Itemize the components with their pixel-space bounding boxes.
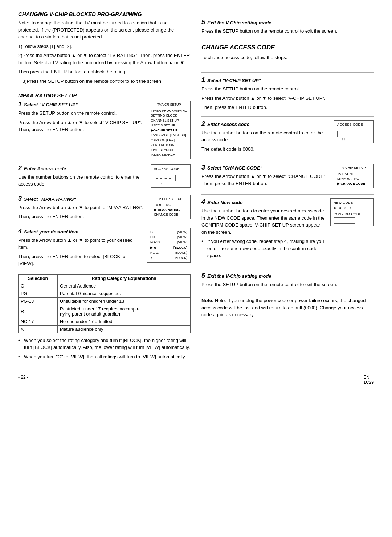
step2-heading: Enter Access code (24, 166, 66, 171)
access-code-title-left: ACCESS CODE (154, 167, 187, 171)
change-step1-heading: Select "V-CHIP SET UP" (207, 78, 261, 83)
access-code-box-left: ACCESS CODE – – – – ↑ ↑ ↑ ↑ (151, 164, 191, 188)
table-header-selection: Selection (19, 274, 58, 282)
right-step5-first-text: Press the SETUP button on the remote con… (201, 28, 374, 35)
step1-heading: Select "V-CHIP SET UP" (24, 102, 78, 107)
new-code-value: X X X X (334, 206, 371, 210)
code-dashes-right: – – – – (337, 131, 359, 137)
table-row: NC-17No one under 17 admitted (19, 318, 191, 325)
mpaa-step2: 2 Enter Access code Use the number butto… (18, 164, 191, 190)
step1-text2: Press the Arrow button ▲ or ▼ to select … (18, 119, 144, 133)
change-step4-bullets: If you enter wrong code, repeat step 4, … (201, 238, 327, 259)
change-step2-text2: The default code is 0000. (201, 146, 330, 153)
change-step4-text1: Use the number buttons to enter your des… (201, 207, 327, 236)
right-step5-first-heading: Exit the V-Chip setting mode (207, 20, 271, 25)
mpaa-step3: 3 Select "MPAA RATING" Press the Arrow b… (18, 195, 191, 223)
change-step3-text1: Press the Arrow button ▲ or ▼ to select … (201, 173, 330, 187)
step3-text2: Then, press the ENTER button. (18, 213, 147, 220)
section-vchip-note: Note: To change the rating, the TV must … (18, 19, 191, 41)
access-code-box-right: ACCESS CODE – – – – ↑ ↑ ↑ ↑ (334, 120, 374, 143)
left-column: CHANGING V-CHIP BLOCKED PRO-GRAMMING Not… (18, 11, 191, 364)
step2-num: 2 (18, 164, 22, 172)
footer-model: 1C29 (363, 380, 374, 385)
step-enter-unblock: Then press the ENTER button to unblock t… (18, 68, 191, 76)
change-step4-num: 4 (201, 198, 205, 206)
table-row: RRestricted; under 17 requires accompa-n… (19, 305, 191, 318)
change-menu-box-3: – V-CHIP SET UP – TV RATING MPAA RATING … (334, 164, 374, 188)
footer-page-num: - 22 - (18, 375, 28, 385)
vchip-menu-box-1: – TV/VCR SETUP – TIMER PROGRAMMING SETTI… (148, 101, 191, 159)
change-step4: 4 Enter New code Use the number buttons … (201, 198, 374, 263)
change-step1: 1 Select "V-CHIP SET UP" Press the SETUP… (201, 76, 374, 111)
step4-text2: Then, press the ENTER button to select [… (18, 253, 143, 267)
rating-select-box: G[VIEW] PG[VIEW] PG-13[VIEW] ▶ R[BLOCK] … (147, 228, 191, 263)
right-step5-first-num: 5 (201, 19, 205, 26)
new-code-box: NEW CODE X X X X CONFIRM CODE – – – – (330, 198, 374, 226)
mpaa-step1: 1 Select "V-CHIP SET UP" Press the SETUP… (18, 101, 191, 159)
change-step4-heading: Enter New code (207, 200, 243, 205)
bullet-item: When you select the rating category and … (18, 337, 191, 351)
vchip-menu-box-3: – V-CHIP SET UP – TV RATING ▶ MPAA RATIN… (151, 195, 191, 219)
table-row: PGParental Guidance suggested. (19, 290, 191, 297)
bullet-item: When you turn "G" to [VIEW], then all ra… (18, 353, 191, 361)
table-row: XMature audience only (19, 325, 191, 333)
step-arrow-tv: 2)Press the Arrow button ▲ or ▼ to selec… (18, 52, 191, 66)
step-follow: 1)Follow steps [1] and [2]. (18, 43, 191, 50)
change-step1-text1: Press the SETUP button on the remote con… (201, 85, 374, 93)
step4-bullet: If you enter wrong code, repeat step 4, … (201, 238, 327, 259)
change-access-title: CHANGE ACCESS CODE (201, 44, 374, 51)
right-column: 5 Exit the V-Chip setting mode Press the… (201, 11, 374, 364)
step3-heading: Select "MPAA RATING" (24, 196, 76, 202)
step4-text1: Press the Arrow button ▲ or ▼ to point t… (18, 237, 143, 251)
access-code-title-right: ACCESS CODE (337, 123, 371, 126)
mpaa-bullets: When you select the rating category and … (18, 337, 191, 361)
change-step2: 2 Enter Access code Use the number butto… (201, 120, 374, 155)
change-step1-text2: Press the Arrow button ▲ or ▼ to select … (201, 95, 374, 102)
change-step3-num: 3 (201, 164, 205, 171)
change-access-intro: To change access code, follow the steps. (201, 54, 374, 61)
change-step2-heading: Enter Access code (207, 122, 249, 127)
footer: - 22 - EN 1C29 (18, 375, 374, 385)
section-vchip-title: CHANGING V-CHIP BLOCKED PRO-GRAMMING (18, 11, 191, 17)
new-code-title: NEW CODE (334, 201, 371, 204)
footer-lang: EN (363, 375, 369, 380)
change-step5-text: Press the SETUP button on the remote con… (201, 281, 374, 288)
change-step5-num: 5 (201, 272, 205, 280)
step2-text1: Use the number buttons on the remote con… (18, 174, 147, 188)
mpaa-step4: 4 Select your desired item Press the Arr… (18, 228, 191, 269)
change-step2-num: 2 (201, 120, 205, 128)
step4-num: 4 (18, 228, 22, 235)
change-step3-heading: Select "CHANGE CODE" (207, 165, 262, 171)
table-header-explanation: Rating Category Explanations (57, 274, 190, 282)
change-step5-heading: Exit the V-Chip setting mode (207, 273, 271, 279)
step3-num: 3 (18, 195, 22, 203)
step1-num: 1 (18, 101, 22, 108)
change-step1-text3: Then, press the ENTER button. (201, 104, 374, 111)
change-step5: 5 Exit the V-Chip setting mode Press the… (201, 272, 374, 288)
confirm-code-title: CONFIRM CODE (334, 212, 371, 216)
mpaa-section-title: MPAA RATING SET UP (18, 92, 191, 98)
step3-text1: Press the Arrow button ▲ or ▼ to point t… (18, 204, 147, 211)
change-step3: 3 Select "CHANGE CODE" Press the Arrow b… (201, 164, 374, 189)
right-step5-first: 5 Exit the V-Chip setting mode Press the… (201, 19, 374, 35)
confirm-code-dashes: – – – – (334, 217, 355, 224)
change-step2-text1: Use the number buttons on the remote con… (201, 129, 330, 143)
change-access-note: Note: Note: If you unplug the power code… (201, 297, 374, 318)
step-setup-exit: 3)Press the SETUP button on the remote c… (18, 78, 191, 85)
step1-text1: Press the SETUP button on the remote con… (18, 110, 144, 117)
step4-heading: Select your desired item (24, 229, 78, 235)
table-row: GGeneral Audience (19, 282, 191, 290)
change-step1-num: 1 (201, 76, 205, 84)
table-row: PG-13Unsuitable for children under 13 (19, 297, 191, 305)
code-dashes-left: – – – – (154, 175, 176, 181)
rating-table: Selection Rating Category Explanations G… (18, 274, 191, 333)
